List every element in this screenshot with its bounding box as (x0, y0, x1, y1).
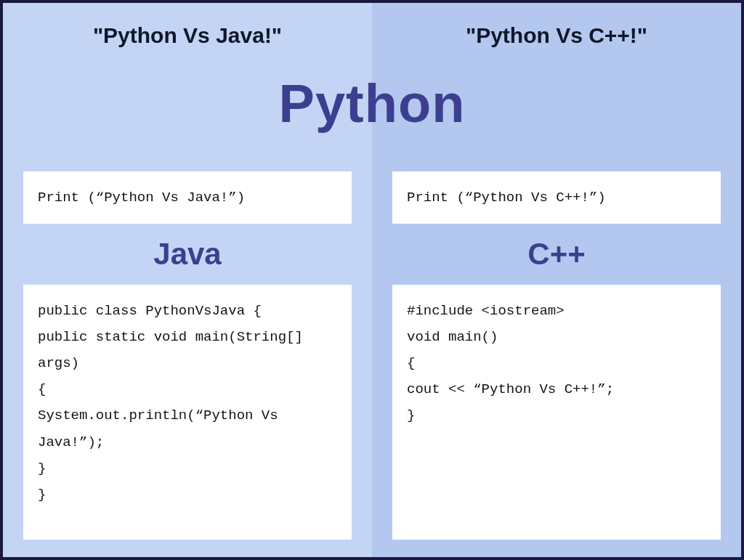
java-code-box: public class PythonVsJava { public stati… (23, 285, 352, 540)
cpp-label: C++ (392, 237, 721, 272)
spacer (392, 48, 721, 171)
python-code-right: Print (“Python Vs C++!”) (392, 171, 721, 224)
java-label: Java (23, 237, 352, 272)
comparison-frame: "Python Vs Java!" Print (“Python Vs Java… (0, 0, 744, 560)
left-column: "Python Vs Java!" Print (“Python Vs Java… (3, 3, 372, 557)
right-title: "Python Vs C++!" (392, 23, 721, 48)
left-title: "Python Vs Java!" (23, 23, 352, 48)
cpp-code-box: #include <iostream> void main() { cout <… (392, 285, 721, 540)
spacer (23, 48, 352, 171)
python-code-left: Print (“Python Vs Java!”) (23, 171, 352, 224)
right-column: "Python Vs C++!" Print (“Python Vs C++!”… (372, 3, 741, 557)
